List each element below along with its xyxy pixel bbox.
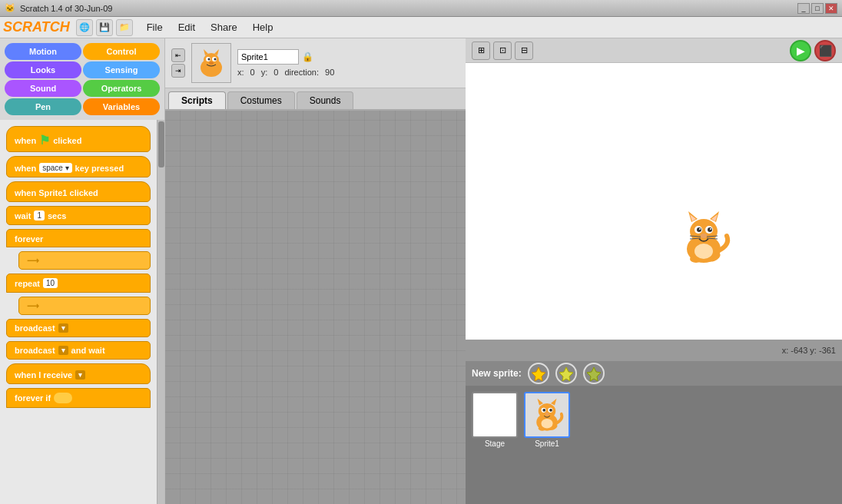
y-label: y: [261,68,268,77]
new-sprite-camera-button[interactable] [583,363,605,384]
sprite1-list-item[interactable]: Sprite1 [524,392,570,448]
block-repeat[interactable]: repeat 10 [6,274,151,293]
stage-medium-button[interactable]: ⊡ [493,41,512,60]
repeat-value[interactable]: 10 [43,278,58,288]
stage-view-controls: ⊞ ⊡ ⊟ [472,41,533,60]
wait-value[interactable]: 1 [34,211,45,220]
right-panel: ⊞ ⊡ ⊟ ▶ ⬛ [466,38,842,504]
left-panel: Motion Control Looks Sensing Sound Opera… [0,38,165,504]
sprite-list: Stage [466,386,842,504]
svg-point-17 [697,227,701,232]
svg-marker-34 [538,399,544,406]
block-broadcast-and-wait[interactable]: broadcast ▾ and wait [6,341,151,360]
tab-costumes[interactable]: Costumes [227,91,295,109]
receive-dropdown[interactable]: ▾ [75,370,85,380]
sprite1-list-label: Sprite1 [535,439,559,448]
svg-marker-31 [587,367,601,381]
stage-controls: ⊞ ⊡ ⊟ ▶ ⬛ [466,38,842,63]
new-sprite-file-button[interactable] [555,363,577,384]
block-forever-body: ⟶ [18,251,151,270]
category-sensing[interactable]: Sensing [83,61,160,78]
stage-list-label: Stage [485,439,505,448]
blocks-scrollbar[interactable] [157,120,164,504]
blocks-palette: when ⚑ clicked when space ▾ key pressed … [0,120,157,504]
sprite-list-header: New sprite: [466,361,842,386]
block-forever[interactable]: forever [6,229,151,247]
category-motion[interactable]: Motion [5,43,81,60]
toolbar-icons: 🌐 💾 📁 [76,19,133,36]
new-sprite-label: New sprite: [472,368,522,379]
menu-file[interactable]: File [139,18,171,36]
sprite1-thumbnail [524,392,570,438]
stage-large-button[interactable]: ⊟ [515,41,533,60]
broadcast-dropdown[interactable]: ▾ [58,323,68,333]
svg-point-19 [699,228,701,230]
svg-point-28 [694,244,713,259]
menu-help[interactable]: Help [245,18,281,36]
sprite-coordinates: x: 0 y: 0 direction: 90 [237,68,334,77]
stage-canvas[interactable] [466,63,842,340]
tab-sounds[interactable]: Sounds [297,91,354,109]
sprite-info-bar: ⇤ ⇥ [165,38,466,88]
category-operators[interactable]: Operators [83,80,160,97]
svg-point-33 [539,403,556,419]
maximize-button[interactable]: □ [811,3,824,14]
sprite-name-area: 🔒 x: 0 y: 0 direction: 90 [237,49,334,77]
category-pen[interactable]: Pen [5,98,81,115]
category-control[interactable]: Control [83,43,160,60]
sprite-name-input[interactable] [237,49,299,65]
scrollbar-thumb[interactable] [158,121,164,167]
titlebar: 🐱 Scratch 1.4 of 30-Jun-09 _ □ ✕ [0,0,842,17]
lock-icon: 🔒 [302,51,313,62]
stage-thumbnail [472,392,518,438]
x-label: x: [237,68,244,77]
sprite-expand-button[interactable]: ⇥ [171,64,185,78]
globe-icon[interactable]: 🌐 [76,19,93,36]
category-grid: Motion Control Looks Sensing Sound Opera… [0,38,164,120]
tab-scripts[interactable]: Scripts [168,91,226,109]
stop-button[interactable]: ⬛ [814,40,836,61]
block-wait[interactable]: wait 1 secs [6,206,151,225]
block-repeat-body: ⟶ [18,297,151,315]
stage-footer: x: -643 y: -361 [466,340,842,361]
save-icon[interactable]: 💾 [96,19,113,36]
svg-point-39 [549,409,552,412]
category-variables[interactable]: Variables [83,98,160,115]
svg-point-18 [708,227,712,232]
category-sound[interactable]: Sound [5,80,81,97]
menubar: SCRATCH 🌐 💾 📁 File Edit Share Help [0,17,842,38]
forever-if-condition[interactable] [54,393,72,403]
main-area: Motion Control Looks Sensing Sound Opera… [0,38,842,504]
menu-share[interactable]: Share [203,18,245,36]
direction-label: direction: [284,68,319,77]
go-button[interactable]: ▶ [790,40,811,61]
block-forever-if[interactable]: forever if [6,388,151,408]
stage-list-item[interactable]: Stage [472,392,518,448]
scripts-canvas[interactable] [165,111,466,504]
stage-coords: x: -643 y: -361 [782,346,836,355]
editor-tabs: Scripts Costumes Sounds [165,88,466,111]
window-controls: _ □ ✕ [797,3,837,14]
sprite-view-controls: ⇤ ⇥ [171,48,185,78]
block-when-sprite-clicked[interactable]: when Sprite1 clicked [6,181,151,202]
category-looks[interactable]: Looks [5,61,81,78]
menu-edit[interactable]: Edit [171,18,203,36]
block-broadcast[interactable]: broadcast ▾ [6,319,151,337]
minimize-button[interactable]: _ [797,3,810,14]
close-button[interactable]: ✕ [825,3,837,14]
stage-small-button[interactable]: ⊞ [472,41,490,60]
folder-icon[interactable]: 📁 [116,19,133,36]
block-when-key-pressed[interactable]: when space ▾ key pressed [6,156,151,177]
broadcast-wait-dropdown[interactable]: ▾ [58,346,68,355]
title-text: Scratch 1.4 of 30-Jun-09 [20,4,112,13]
block-when-receive[interactable]: when I receive ▾ [6,363,151,384]
block-when-flag-clicked[interactable]: when ⚑ clicked [6,126,151,152]
sprite-shrink-button[interactable]: ⇤ [171,48,185,62]
svg-marker-30 [559,367,573,381]
new-sprite-paint-button[interactable] [528,363,549,384]
svg-point-10 [690,219,718,244]
svg-point-8 [209,61,214,65]
stage-run-controls: ▶ ⬛ [790,40,836,61]
key-selector[interactable]: space ▾ [39,163,71,173]
svg-point-7 [214,58,217,61]
